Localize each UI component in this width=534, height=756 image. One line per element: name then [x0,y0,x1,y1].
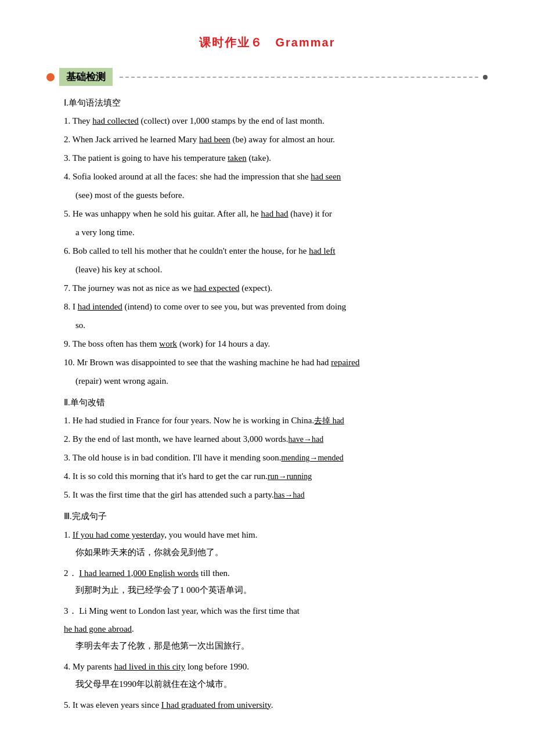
list-item-cont: so. [75,318,488,333]
answer-underline: taken [228,153,246,163]
list-item-cont: (see) most of the guests before. [75,188,488,203]
page-title: 课时作业６ Grammar [46,35,488,51]
answer-underline: he had gone abroad [64,624,132,633]
correction: have→had [288,435,324,444]
list-item: 1. They had collected (collect) over 1,0… [64,113,488,129]
list-item: 4. Sofia looked around at all the faces:… [64,169,488,185]
list-item: 3． Li Ming went to London last year, whi… [64,603,488,620]
item-num: 2． [64,568,77,578]
item-num: 1. [64,416,70,425]
section-dot-icon [483,75,488,80]
item-num: 7. [64,283,70,293]
answer-underline: had left [309,246,335,255]
list-item: 6. Bob called to tell his mother that he… [64,243,488,259]
list-item: 5. It was eleven years since I had gradu… [64,697,488,714]
answer-underline: had lived in this city [114,662,185,671]
subsection-1-title: Ⅰ.单句语法填空 [64,98,488,109]
answer-underline: had collected [92,116,139,125]
item-num: 1. [64,116,70,125]
answer-underline: had expected [194,283,240,293]
subsection-3: Ⅲ.完成句子 [46,511,488,522]
completion-item-block: 3． Li Ming went to London last year, whi… [46,603,488,654]
list-item: 10. Mr Brown was disappointed to see tha… [64,355,488,370]
correction: 去掉 had [314,416,344,425]
list-item: 4. My parents had lived in this city lon… [64,658,488,675]
section-bullet-icon [46,73,55,81]
list-item: 7. The journey was not as nice as we had… [64,280,488,296]
list-item-cont: (repair) went wrong again. [75,373,488,389]
list-item: 2. When Jack arrived he learned Mary had… [64,132,488,147]
list-item-cont: he had gone abroad. [64,621,488,638]
completion-item-block: 4. My parents had lived in this city lon… [46,658,488,692]
subsection-2-title: Ⅱ.单句改错 [64,397,488,408]
answer-underline: I had graduated from university [161,700,271,710]
subsection-1: Ⅰ.单句语法填空 [46,98,488,109]
subsection-3-title: Ⅲ.完成句子 [64,511,488,522]
list-item: 1. If you had come yesterday, you would … [64,527,488,543]
completion-item-block: 5. It was eleven years since I had gradu… [46,697,488,714]
list-item-cont: (leave) his key at school. [75,262,488,278]
completion-item-block: 2． I had learned 1,000 English words til… [46,565,488,599]
answer-underline: I had learned 1,000 English words [79,568,199,578]
list-item: 1. He had studied in France for four yea… [64,413,488,429]
item-num: 2. [64,434,70,444]
answer-underline: had been [199,135,230,144]
item-num: 8. [64,302,70,311]
item-num: 2. [64,135,70,144]
item-num: 10. [64,358,75,367]
correction: run→running [268,472,312,481]
chinese-translation: 我父母早在1990年以前就住在这个城市。 [75,676,488,692]
answer-underline: repaired [331,358,359,367]
answer-underline: had seen [311,172,341,181]
list-item: 2. By the end of last month, we have lea… [64,431,488,447]
item-num: 5. [64,209,70,218]
chinese-translation: 你如果昨天来的话，你就会见到他了。 [75,545,488,560]
item-num: 1. [64,530,70,539]
item-num: 3. [64,453,70,462]
list-item: 5. He was unhappy when he sold his guita… [64,206,488,222]
section-header: 基础检测 [46,68,488,86]
list-item-cont: a very long time. [75,225,488,240]
list-item: 8. I had intended (intend) to come over … [64,299,488,315]
chinese-translation: 李明去年去了伦敦，那是他第一次出国旅行。 [75,638,488,654]
answer-underline: had intended [78,302,122,311]
correction: mending→mended [281,453,343,462]
item-num: 9. [64,339,70,348]
item-num: 5. [64,490,70,499]
section-title: 基础检测 [59,68,113,86]
item-num: 5. [64,700,70,710]
list-item: 4. It is so cold this morning that it's … [64,469,488,484]
completion-item-block: 1. If you had come yesterday, you would … [46,527,488,560]
list-item: 3. The old house is in bad condition. I'… [64,450,488,466]
item-num: 4. [64,662,70,671]
list-item: 3. The patient is going to have his temp… [64,150,488,166]
item-num: 3. [64,153,70,163]
item-num: 6. [64,246,70,255]
section-divider [120,77,478,78]
correction: has→had [274,491,305,499]
list-item: 9. The boss often has them work (work) f… [64,336,488,352]
list-item: 2． I had learned 1,000 English words til… [64,565,488,582]
list-item: 5. It was the first time that the girl h… [64,487,488,503]
item-num: 3． [64,606,77,615]
answer-underline: had had [261,209,288,218]
chinese-translation: 到那时为止，我已经学会了1 000个英语单词。 [75,582,488,598]
answer-underline: work [159,339,177,348]
item-num: 4. [64,471,70,481]
answer-underline: If you had come yesterday, [73,530,167,539]
item-num: 4. [64,172,70,181]
subsection-2: Ⅱ.单句改错 [46,397,488,408]
